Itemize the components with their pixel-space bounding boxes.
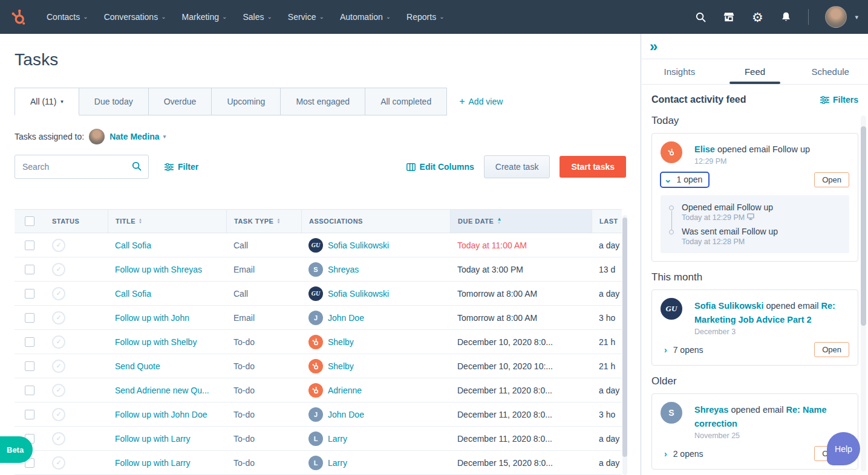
task-title-link[interactable]: Follow up with John — [115, 313, 189, 323]
task-complete-icon[interactable]: ✓ — [52, 384, 65, 397]
task-complete-icon[interactable]: ✓ — [52, 287, 65, 300]
nav-item-reports[interactable]: Reports⌄ — [406, 12, 444, 22]
nav-item-marketing[interactable]: Marketing⌄ — [182, 12, 227, 22]
open-email-button[interactable]: Open — [814, 172, 849, 187]
panel-tab-insights[interactable]: Insights — [642, 59, 717, 84]
start-tasks-button[interactable]: Start tasks — [560, 156, 626, 178]
task-title-link[interactable]: Follow up with Shreyas — [115, 265, 202, 274]
nav-item-contacts[interactable]: Contacts⌄ — [47, 12, 88, 22]
create-task-button[interactable]: Create task — [484, 155, 550, 178]
row-checkbox[interactable] — [25, 241, 34, 250]
column-header-title[interactable]: TITLE▲▼ — [108, 210, 226, 233]
row-checkbox[interactable] — [25, 289, 34, 299]
edit-columns-button[interactable]: Edit Columns — [406, 162, 474, 172]
panel-tab-schedule[interactable]: Schedule — [792, 59, 868, 84]
view-tab-overdue[interactable]: Overdue — [149, 88, 212, 115]
sort-ascending-icon[interactable]: ▲▼ — [497, 218, 501, 225]
column-header-last[interactable]: LAST — [592, 210, 622, 233]
contact-avatar-sprocket-icon — [308, 383, 323, 398]
column-header-task-type[interactable]: TASK TYPE▲▼ — [226, 210, 301, 233]
task-complete-icon[interactable]: ✓ — [52, 432, 65, 445]
nav-item-automation[interactable]: Automation⌄ — [340, 12, 391, 22]
task-title-link[interactable]: Send Quote — [115, 361, 160, 371]
sort-icon[interactable]: ▲▼ — [276, 218, 280, 224]
column-header-status[interactable]: STATUS — [45, 210, 108, 233]
task-complete-icon[interactable]: ✓ — [52, 335, 65, 349]
feed-actor-link[interactable]: Shreyas — [694, 405, 728, 415]
association-link[interactable]: Larry — [328, 434, 347, 444]
scrollbar-thumb[interactable] — [622, 218, 627, 457]
chevron-down-icon[interactable]: ⌄ — [664, 174, 672, 185]
user-avatar[interactable] — [825, 6, 847, 28]
row-checkbox[interactable] — [25, 361, 34, 371]
hubspot-logo-icon[interactable] — [8, 7, 29, 27]
chevron-right-icon[interactable]: › — [664, 345, 667, 355]
filter-button[interactable]: Filter — [165, 162, 198, 172]
association-link[interactable]: Larry — [328, 458, 347, 468]
view-tab-all-completed[interactable]: All completed — [365, 88, 447, 115]
task-complete-icon[interactable]: ✓ — [52, 263, 65, 276]
task-complete-icon[interactable]: ✓ — [52, 456, 65, 470]
select-all-checkbox[interactable] — [25, 216, 34, 226]
association-link[interactable]: John Doe — [328, 313, 364, 323]
filters-button[interactable]: Filters — [820, 95, 858, 105]
association-link[interactable]: John Doe — [328, 410, 364, 419]
beta-badge[interactable]: Beta — [0, 436, 33, 463]
row-type-cell: To-do — [226, 337, 301, 347]
marketplace-icon[interactable] — [723, 11, 735, 23]
task-title-link[interactable]: Follow up with Shelby — [115, 337, 197, 347]
row-checkbox[interactable] — [25, 313, 34, 323]
assignee-dropdown[interactable]: Nate Medina ▾ — [109, 132, 166, 141]
task-complete-icon[interactable]: ✓ — [52, 311, 65, 325]
help-button[interactable]: Help — [827, 432, 860, 465]
view-tab-due-today[interactable]: Due today — [79, 88, 149, 115]
association-link[interactable]: Shelby — [328, 361, 354, 371]
nav-item-conversations[interactable]: Conversations⌄ — [104, 12, 166, 22]
row-checkbox[interactable] — [25, 386, 34, 395]
task-title-link[interactable]: Call Sofia — [115, 241, 151, 250]
association-link[interactable]: Adrienne — [328, 386, 362, 395]
search-icon[interactable] — [694, 11, 706, 23]
association-link[interactable]: Sofia Sulikowski — [328, 241, 389, 250]
task-title-link[interactable]: Follow up with John Doe — [115, 410, 207, 419]
task-complete-icon[interactable]: ✓ — [52, 360, 65, 373]
row-status-cell: ✓ — [45, 408, 108, 421]
association-link[interactable]: Shelby — [328, 337, 354, 347]
open-email-button[interactable]: Open — [814, 342, 849, 357]
chevron-down-icon[interactable]: ▾ — [855, 13, 858, 21]
panel-tab-feed[interactable]: Feed — [717, 59, 793, 84]
sort-icon[interactable]: ▲▼ — [139, 218, 142, 224]
task-title-link[interactable]: Call Sofia — [115, 289, 151, 299]
feed-actor-link[interactable]: Sofia Sulikowski — [694, 301, 763, 311]
panel-vertical-scrollbar[interactable] — [861, 115, 866, 471]
row-checkbox[interactable] — [25, 410, 34, 419]
add-view-button[interactable]: + Add view — [459, 96, 503, 107]
column-header-associations[interactable]: ASSOCIATIONS — [301, 210, 450, 233]
column-header-due-date[interactable]: DUE DATE▲▼ — [450, 210, 592, 233]
view-tab-most-engaged[interactable]: Most engaged — [281, 88, 365, 115]
task-complete-icon[interactable]: ✓ — [52, 239, 65, 252]
task-title-link[interactable]: Follow up with Larry — [115, 458, 191, 468]
row-checkbox[interactable] — [25, 337, 34, 347]
nav-item-service[interactable]: Service⌄ — [288, 12, 324, 22]
settings-icon[interactable]: ⚙ — [751, 11, 763, 23]
nav-item-sales[interactable]: Sales⌄ — [243, 12, 272, 22]
scrollbar-thumb[interactable] — [861, 126, 866, 326]
last-activity-label: a day — [599, 458, 619, 468]
task-title-link[interactable]: Follow up with Larry — [115, 434, 191, 444]
association-link[interactable]: Sofia Sulikowski — [328, 289, 389, 299]
view-tab-upcoming[interactable]: Upcoming — [212, 88, 281, 115]
row-checkbox[interactable] — [25, 265, 34, 274]
association-link[interactable]: Shreyas — [328, 265, 359, 274]
notifications-icon[interactable] — [780, 11, 792, 23]
view-tab-all-11[interactable]: All (11)▾ — [15, 88, 79, 115]
task-title-link[interactable]: Send Adrienne new Qu... — [115, 386, 209, 395]
search-icon[interactable] — [131, 161, 142, 174]
task-complete-icon[interactable]: ✓ — [52, 408, 65, 421]
opens-toggle-focused[interactable]: ⌄1 open — [660, 172, 710, 188]
chevron-right-icon[interactable]: › — [664, 449, 667, 459]
search-input[interactable] — [15, 155, 149, 179]
table-vertical-scrollbar[interactable] — [622, 215, 627, 475]
feed-actor-link[interactable]: Elise — [694, 144, 715, 154]
collapse-panel-icon[interactable]: » — [650, 39, 658, 54]
